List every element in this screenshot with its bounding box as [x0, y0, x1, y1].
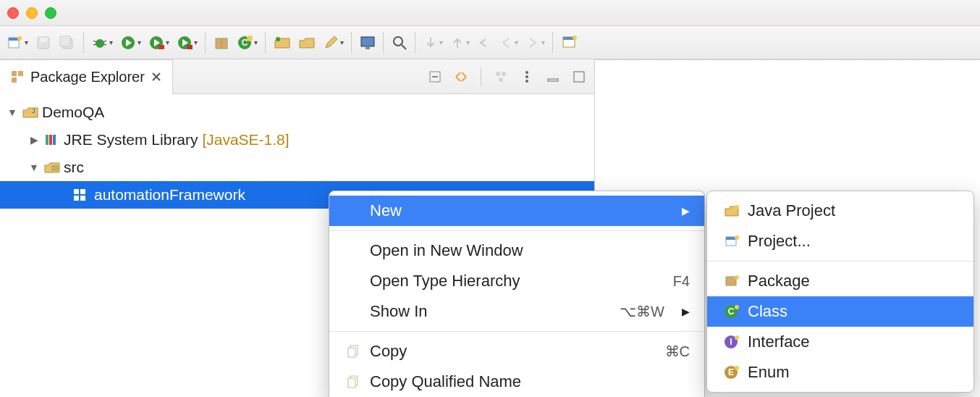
minimize-view-button[interactable]	[544, 67, 562, 86]
menu-label: Enum	[748, 363, 959, 382]
new-wizard-button[interactable]: ▾	[4, 30, 31, 55]
window-titlebar	[0, 0, 980, 26]
package-icon	[214, 35, 229, 51]
svg-text:E: E	[728, 367, 734, 377]
play-coverage-icon	[148, 35, 164, 51]
close-tab-icon[interactable]	[151, 71, 162, 83]
expand-icon[interactable]: ▼	[28, 162, 41, 173]
new-package-button[interactable]	[211, 30, 232, 55]
link-editor-button[interactable]	[452, 67, 470, 86]
menu-open-new-window[interactable]: Open in New Window	[329, 235, 704, 266]
new-file-icon	[7, 35, 23, 51]
context-menu: New ▶ Open in New Window Open Type Hiera…	[329, 191, 705, 397]
project-icon	[722, 234, 742, 248]
minimize-window-button[interactable]	[26, 7, 38, 19]
open-folder-button[interactable]	[295, 30, 318, 55]
svg-point-39	[502, 72, 506, 76]
prev-annotation-button[interactable]: ▾	[447, 30, 473, 55]
submenu-interface[interactable]: I Interface	[707, 327, 973, 357]
tab-label: Package Explorer	[30, 69, 145, 85]
svg-rect-50	[52, 166, 58, 170]
focus-task-button[interactable]	[491, 67, 510, 86]
menu-label: Java Project	[748, 201, 959, 220]
run-external-button[interactable]: ▾	[174, 30, 200, 55]
toggle-breadcrumb-button[interactable]	[357, 30, 379, 55]
jre-label: JRE System Library	[64, 131, 198, 149]
new-class-button[interactable]: C▾	[234, 30, 261, 55]
svg-rect-56	[348, 348, 355, 357]
menu-copy[interactable]: Copy ⌘C	[329, 336, 704, 367]
search-button[interactable]	[389, 30, 410, 55]
tree-project-node[interactable]: ▼ J DemoQA	[0, 99, 594, 126]
view-menu-button[interactable]	[518, 67, 536, 86]
submenu-project[interactable]: Project...	[707, 226, 973, 256]
bug-icon	[92, 35, 108, 51]
back-button[interactable]: ▾	[496, 30, 521, 55]
menu-shortcut: ⌥⌘W	[620, 303, 664, 320]
submenu-package[interactable]: Package	[707, 266, 973, 296]
link-icon	[453, 70, 469, 84]
submenu-enum[interactable]: E Enum	[707, 357, 973, 388]
menu-label: Show In	[370, 302, 614, 321]
menu-shortcut: ⌘C	[665, 343, 690, 360]
svg-point-62	[735, 235, 739, 240]
expand-icon[interactable]: ▶	[28, 134, 41, 146]
enum-icon: E	[722, 364, 742, 380]
menu-separator	[329, 331, 704, 332]
svg-rect-35	[12, 78, 17, 83]
copy-icon	[344, 344, 364, 359]
search-icon	[392, 35, 407, 51]
svg-rect-53	[74, 196, 79, 201]
tree-src-node[interactable]: ▼ src	[0, 154, 594, 181]
svg-rect-51	[74, 189, 79, 194]
zoom-window-button[interactable]	[45, 7, 56, 19]
svg-rect-52	[80, 189, 85, 194]
menu-label: Interface	[748, 333, 959, 351]
maximize-view-button[interactable]	[570, 67, 588, 86]
save-all-button[interactable]	[56, 30, 79, 55]
debug-button[interactable]: ▾	[89, 30, 116, 55]
window-controls	[7, 7, 56, 19]
coverage-button[interactable]: ▾	[145, 30, 172, 55]
next-annotation-button[interactable]: ▾	[421, 30, 446, 55]
close-window-button[interactable]	[7, 7, 19, 19]
menu-copy-qualified[interactable]: Copy Qualified Name	[329, 367, 704, 397]
menu-new[interactable]: New ▶	[329, 196, 704, 226]
menu-show-in[interactable]: Show In ⌥⌘W ▶	[329, 296, 704, 327]
tree-jre-node[interactable]: ▶ JRE System Library [JavaSE-1.8]	[0, 126, 594, 154]
play-ext-icon	[177, 35, 193, 51]
open-project-button[interactable]	[271, 30, 294, 55]
svg-point-73	[735, 366, 739, 370]
svg-point-38	[496, 72, 500, 76]
menu-label: Open Type Hierarchy	[370, 272, 667, 291]
jre-version-label: [JavaSE-1.8]	[202, 131, 289, 149]
new-submenu: Java Project Project... Package C Class …	[706, 191, 974, 393]
menu-label: Package	[748, 272, 959, 291]
svg-rect-1	[9, 38, 19, 41]
submenu-java-project[interactable]: Java Project	[707, 196, 973, 226]
menu-separator	[707, 261, 973, 262]
svg-point-7	[96, 39, 104, 48]
play-icon	[120, 35, 136, 51]
package-icon	[722, 274, 742, 288]
save-all-icon	[59, 35, 76, 51]
svg-rect-49	[53, 135, 56, 145]
run-button[interactable]: ▾	[117, 30, 144, 55]
view-header: Package Explorer	[0, 59, 594, 94]
edit-button[interactable]: ▾	[320, 30, 347, 55]
svg-point-41	[525, 71, 528, 74]
collapse-all-button[interactable]	[426, 67, 444, 86]
save-button[interactable]	[33, 30, 54, 55]
svg-point-32	[573, 35, 577, 40]
svg-text:I: I	[730, 337, 732, 347]
svg-point-64	[735, 275, 739, 280]
menu-dots-icon	[523, 70, 531, 84]
expand-icon[interactable]: ▼	[6, 106, 19, 118]
svg-rect-54	[80, 196, 85, 201]
menu-open-type-hierarchy[interactable]: Open Type Hierarchy F4	[329, 266, 704, 296]
forward-button[interactable]: ▾	[523, 30, 548, 55]
last-edit-button[interactable]	[474, 30, 494, 55]
perspective-button[interactable]	[558, 30, 580, 55]
package-explorer-tab[interactable]: Package Explorer	[0, 59, 173, 94]
submenu-class[interactable]: C Class	[707, 296, 973, 327]
